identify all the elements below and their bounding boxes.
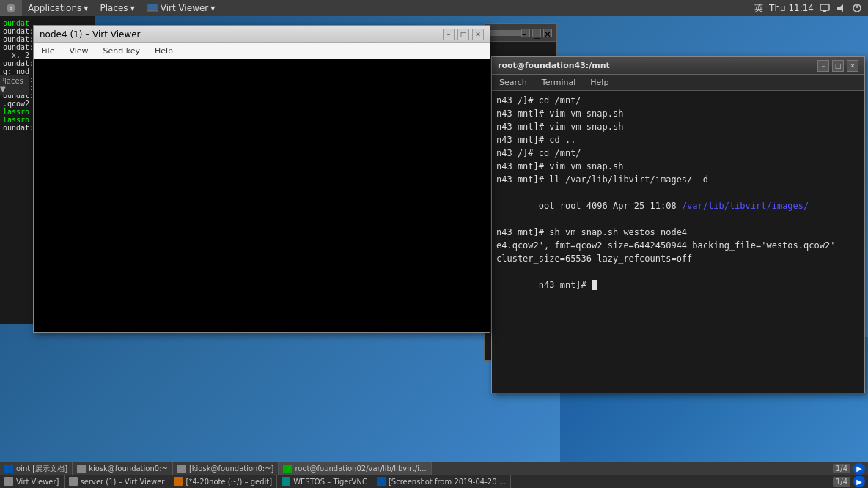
virt-viewer-help-menu[interactable]: Help [147, 43, 180, 59]
virt-viewer-menu[interactable]: Virt Viewer ▼ [141, 0, 221, 16]
taskbar-bottom-counter: 1/4 [833, 477, 850, 487]
places-arrow: ▼ [130, 5, 135, 12]
term-line-11: cluster_size=65536 lazy_refcounts=off [496, 252, 860, 265]
places-panel-label[interactable]: Places ▼ [0, 78, 29, 92]
volume-icon [836, 3, 846, 13]
svg-text:A: A [10, 6, 13, 12]
bg-min-btn[interactable]: – [521, 29, 530, 37]
clock: Thu 11:14 [769, 3, 814, 13]
taskbar-bottom-nav-btn[interactable]: ▶ [853, 476, 865, 487]
term-line-5: n43 /]# cd /mnt/ [496, 147, 860, 160]
places-menu[interactable]: Places ▼ [94, 0, 140, 16]
root-terminal-search-menu[interactable]: Search [492, 75, 534, 91]
taskbar-item-screenshot[interactable]: [Screenshot from 2019-04-20 ... [372, 475, 511, 488]
bg-close-btn[interactable]: ✕ [543, 29, 552, 37]
present-icon [4, 465, 13, 473]
term-line-2: n43 mnt]# vim vm-snap.sh [496, 107, 860, 120]
taskbar-top-right: 1/4 ▶ [833, 463, 868, 475]
virt-viewer-maximize-btn[interactable]: □ [457, 29, 469, 40]
applications-label: Applications [28, 3, 81, 13]
root-terminal-help-menu[interactable]: Help [583, 75, 616, 91]
taskbar-item-kiosk2[interactable]: [kiosk@foundation0:~] [173, 462, 279, 476]
term-line-12: n43 mnt]# [496, 265, 860, 305]
root-terminal-content[interactable]: n43 /]# cd /mnt/ n43 mnt]# vim vm-snap.s… [492, 91, 864, 393]
term-line-7: n43 mnt]# ll /var/lib/libvirt/images/ -d [496, 173, 860, 186]
taskbar-top-counter: 1/4 [833, 464, 850, 473]
screenshot-taskbar-label: [Screenshot from 2019-04-20 ... [389, 478, 506, 486]
taskbar-item-kiosk1[interactable]: kiosk@foundation0:~ [73, 462, 173, 476]
virt-viewer-controls: – □ ✕ [443, 29, 484, 40]
svg-rect-6 [823, 10, 826, 12]
desktop: oundat oundat: oundat: oundat: --x. 2 ou… [0, 16, 868, 462]
places-label: Places [100, 3, 128, 13]
app-icon: A [0, 0, 22, 16]
gedit-label: [*4-20note (~/) – gedit] [185, 478, 272, 486]
term-line-3: n43 mnt]# vim vm-snap.sh [496, 120, 860, 133]
virt-viewer-taskbar-icon [4, 477, 13, 486]
term-line-6: n43 mnt]# vim vm_snap.sh [496, 160, 860, 173]
taskbar-top-nav-btn[interactable]: ▶ [853, 463, 865, 475]
virt-viewer-label: Virt Viewer [161, 3, 209, 13]
bg-win-controls: – □ ✕ [521, 29, 552, 37]
root-terminal-window: root@foundation43:/mnt – □ ✕ Search Term… [491, 56, 865, 393]
taskbar-item-westos-vnc[interactable]: WESTOS – TigerVNC [277, 475, 372, 488]
kiosk2-label: [kiosk@foundation0:~] [189, 465, 274, 473]
term-line-4: n43 mnt]# cd .. [496, 133, 860, 147]
virt-viewer-arrow: ▼ [210, 5, 215, 12]
display-icon [820, 3, 830, 13]
term-line-9: n43 mnt]# sh vm_snap.sh westos node4 [496, 226, 860, 239]
svg-rect-4 [150, 11, 155, 12]
applications-menu[interactable]: Applications ▼ [22, 0, 94, 16]
svg-rect-3 [148, 4, 157, 10]
taskbar-item-server-viewer[interactable]: server (1) – Virt Viewer [65, 475, 170, 488]
top-bar-right: 英 Thu 11:14 [754, 2, 868, 15]
screenshot-taskbar-icon [377, 477, 386, 486]
applications-arrow: ▼ [84, 5, 88, 12]
term-line-8: oot root 4096 Apr 25 11:08 /var/lib/libv… [496, 186, 860, 226]
root-terminal-close-btn[interactable]: ✕ [847, 60, 858, 72]
taskbar-bottom-right: 1/4 ▶ [833, 476, 868, 487]
places-panel: Places ▼ [0, 75, 29, 95]
bg-title-placeholder [489, 30, 521, 36]
bg-window-titlebar: – □ ✕ [485, 24, 556, 42]
term-cursor [592, 280, 597, 290]
root-terminal-title: root@foundation43:/mnt [498, 61, 610, 70]
top-bar-left: A Applications ▼ Places ▼ Virt Viewer ▼ [0, 0, 221, 16]
term-line-1: n43 /]# cd /mnt/ [496, 94, 860, 107]
root-terminal-terminal-menu[interactable]: Terminal [534, 75, 584, 91]
virt-viewer-minimize-btn[interactable]: – [443, 29, 455, 40]
virt-viewer-close-btn[interactable]: ✕ [472, 29, 484, 40]
taskbar-item-virt-viewer[interactable]: Virt Viewer] [0, 475, 65, 488]
root-terminal-minimize-btn[interactable]: – [817, 60, 829, 72]
root-terminal-titlebar: root@foundation43:/mnt – □ ✕ [492, 57, 864, 75]
power-icon [852, 3, 862, 13]
server-viewer-label: server (1) – Virt Viewer [81, 478, 165, 486]
kiosk1-label: kiosk@foundation0:~ [89, 465, 168, 473]
root-foundation-icon [283, 465, 292, 473]
virt-viewer-sendkey-menu[interactable]: Send key [96, 43, 147, 59]
virt-viewer-window: node4 (1) – Virt Viewer – □ ✕ File View … [33, 25, 490, 333]
taskbar-item-present[interactable]: oint [展示文档] [0, 462, 73, 476]
root-terminal-maximize-btn[interactable]: □ [832, 60, 844, 72]
virt-viewer-titlebar: node4 (1) – Virt Viewer – □ ✕ [34, 26, 490, 43]
virt-viewer-display[interactable] [34, 59, 490, 332]
server-viewer-icon [69, 477, 78, 486]
root-terminal-controls: – □ ✕ [817, 60, 858, 72]
top-menubar: A Applications ▼ Places ▼ Virt Viewer ▼ … [0, 0, 868, 16]
kiosk1-icon [77, 465, 86, 473]
gedit-icon [174, 477, 183, 486]
term-libvirt-link[interactable]: /var/lib/libvirt/images/ [682, 201, 809, 211]
language-indicator: 英 [754, 2, 763, 15]
root-terminal-menubar: Search Terminal Help [492, 75, 864, 91]
taskbar-bottom-row: Virt Viewer] server (1) – Virt Viewer [*… [0, 475, 868, 488]
root-foundation-label: root@foundation02/var/lib/libvirt/i... [295, 465, 426, 473]
virt-viewer-view-menu[interactable]: View [62, 43, 95, 59]
bg-max-btn[interactable]: □ [532, 29, 541, 37]
svg-rect-5 [820, 4, 829, 10]
virt-viewer-menubar: File View Send key Help [34, 43, 490, 59]
virt-viewer-file-menu[interactable]: File [34, 43, 62, 59]
taskbar-item-root-foundation[interactable]: root@foundation02/var/lib/libvirt/i... [279, 462, 431, 476]
svg-marker-7 [837, 4, 843, 12]
taskbar-item-gedit[interactable]: [*4-20note (~/) – gedit] [169, 475, 277, 488]
term-link-prefix: oot root 4096 Apr 25 11:08 [539, 201, 682, 211]
